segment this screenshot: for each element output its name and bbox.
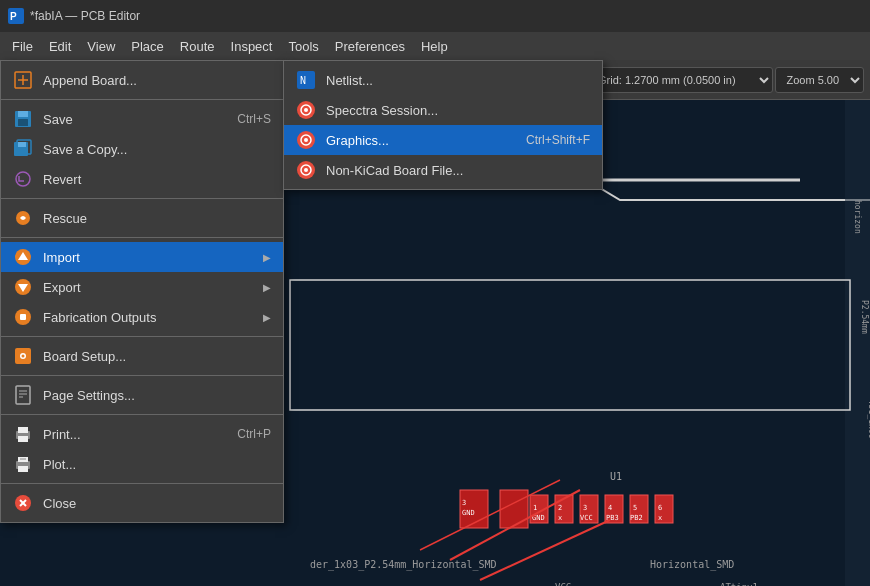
svg-text:2: 2 bbox=[558, 504, 562, 512]
svg-point-83 bbox=[304, 168, 308, 172]
svg-point-77 bbox=[304, 108, 308, 112]
submenu-specctra[interactable]: Specctra Session... bbox=[284, 95, 602, 125]
import-arrow: ▶ bbox=[263, 252, 271, 263]
svg-rect-55 bbox=[20, 314, 26, 320]
non-kicad-icon bbox=[296, 160, 316, 180]
export-arrow: ▶ bbox=[263, 282, 271, 293]
svg-point-48 bbox=[16, 172, 30, 186]
svg-text:der_1x03_P2.54mm_Horizontal_SM: der_1x03_P2.54mm_Horizontal_SMD bbox=[310, 559, 497, 571]
menu-rescue[interactable]: Rescue bbox=[1, 203, 283, 233]
svg-text:5: 5 bbox=[633, 504, 637, 512]
menu-fabrication[interactable]: Fabrication Outputs ▶ bbox=[1, 302, 283, 332]
revert-label: Revert bbox=[43, 172, 271, 187]
svg-text:horizon: horizon bbox=[853, 200, 862, 234]
save-copy-label: Save a Copy... bbox=[43, 142, 271, 157]
grid-select[interactable]: Grid: 1.2700 mm (0.0500 in) bbox=[587, 67, 773, 93]
sep-4 bbox=[1, 336, 283, 337]
svg-rect-59 bbox=[16, 386, 30, 404]
board-setup-icon bbox=[13, 346, 33, 366]
page-settings-icon bbox=[13, 385, 33, 405]
sep-7 bbox=[1, 483, 283, 484]
menu-edit[interactable]: Edit bbox=[41, 35, 79, 58]
svg-rect-47 bbox=[18, 142, 26, 147]
menu-save-copy[interactable]: Save a Copy... bbox=[1, 134, 283, 164]
rescue-label: Rescue bbox=[43, 211, 271, 226]
file-dropdown: Append Board... Save Ctrl+S Save a Copy.… bbox=[0, 60, 284, 523]
export-icon bbox=[13, 277, 33, 297]
rescue-icon bbox=[13, 208, 33, 228]
menu-bar: File Edit View Place Route Inspect Tools… bbox=[0, 32, 870, 60]
submenu-graphics[interactable]: Graphics... Ctrl+Shift+F bbox=[284, 125, 602, 155]
submenu-netlist[interactable]: N Netlist... bbox=[284, 65, 602, 95]
plot-icon bbox=[13, 454, 33, 474]
import-icon bbox=[13, 247, 33, 267]
print-shortcut: Ctrl+P bbox=[237, 427, 271, 441]
close-label: Close bbox=[43, 496, 271, 511]
menu-close[interactable]: Close bbox=[1, 488, 283, 518]
menu-revert[interactable]: Revert bbox=[1, 164, 283, 194]
graphics-shortcut: Ctrl+Shift+F bbox=[526, 133, 590, 147]
print-icon bbox=[13, 424, 33, 444]
title-bar: P *fabIA — PCB Editor bbox=[0, 0, 870, 32]
fabrication-icon bbox=[13, 307, 33, 327]
menu-inspect[interactable]: Inspect bbox=[223, 35, 281, 58]
zoom-select[interactable]: Zoom 5.00 bbox=[775, 67, 863, 93]
menu-import[interactable]: Import ▶ bbox=[1, 242, 283, 272]
board-setup-label: Board Setup... bbox=[43, 349, 271, 364]
menu-view[interactable]: View bbox=[79, 35, 123, 58]
svg-text:VCC: VCC bbox=[555, 582, 571, 586]
save-shortcut: Ctrl+S bbox=[237, 112, 271, 126]
sep-3 bbox=[1, 237, 283, 238]
print-label: Print... bbox=[43, 427, 227, 442]
svg-rect-44 bbox=[18, 119, 28, 126]
specctra-icon bbox=[296, 100, 316, 120]
graphics-label: Graphics... bbox=[326, 133, 516, 148]
fabrication-label: Fabrication Outputs bbox=[43, 310, 253, 325]
menu-save[interactable]: Save Ctrl+S bbox=[1, 104, 283, 134]
svg-text:x: x bbox=[658, 514, 662, 522]
menu-append-board[interactable]: Append Board... bbox=[1, 65, 283, 95]
svg-text:N: N bbox=[300, 75, 306, 86]
svg-text:GND: GND bbox=[462, 509, 475, 517]
svg-rect-64 bbox=[18, 436, 28, 442]
svg-text:3: 3 bbox=[462, 499, 466, 507]
svg-rect-65 bbox=[18, 427, 28, 433]
sep-2 bbox=[1, 198, 283, 199]
svg-text:P: P bbox=[10, 11, 17, 22]
svg-text:PB2: PB2 bbox=[630, 514, 643, 522]
import-label: Import bbox=[43, 250, 253, 265]
svg-point-58 bbox=[22, 355, 25, 358]
save-label: Save bbox=[43, 112, 227, 127]
menu-file[interactable]: File bbox=[4, 35, 41, 58]
svg-point-80 bbox=[304, 138, 308, 142]
menu-route[interactable]: Route bbox=[172, 35, 223, 58]
svg-rect-43 bbox=[18, 111, 28, 117]
netlist-icon: N bbox=[296, 70, 316, 90]
menu-help[interactable]: Help bbox=[413, 35, 456, 58]
menu-plot[interactable]: Plot... bbox=[1, 449, 283, 479]
append-board-icon bbox=[13, 70, 33, 90]
svg-text:ATtiny1...: ATtiny1... bbox=[720, 582, 774, 586]
menu-preferences[interactable]: Preferences bbox=[327, 35, 413, 58]
menu-board-setup[interactable]: Board Setup... bbox=[1, 341, 283, 371]
menu-tools[interactable]: Tools bbox=[280, 35, 326, 58]
menu-page-settings[interactable]: Page Settings... bbox=[1, 380, 283, 410]
plot-label: Plot... bbox=[43, 457, 271, 472]
svg-text:1: 1 bbox=[533, 504, 537, 512]
fabrication-arrow: ▶ bbox=[263, 312, 271, 323]
export-label: Export bbox=[43, 280, 253, 295]
menu-print[interactable]: Print... Ctrl+P bbox=[1, 419, 283, 449]
sep-1 bbox=[1, 99, 283, 100]
netlist-label: Netlist... bbox=[326, 73, 590, 88]
svg-text:3: 3 bbox=[583, 504, 587, 512]
submenu-non-kicad[interactable]: Non-KiCad Board File... bbox=[284, 155, 602, 185]
specctra-label: Specctra Session... bbox=[326, 103, 590, 118]
menu-place[interactable]: Place bbox=[123, 35, 172, 58]
import-submenu: N Netlist... Specctra Session... Graphic… bbox=[283, 60, 603, 190]
svg-text:4: 4 bbox=[608, 504, 612, 512]
menu-export[interactable]: Export ▶ bbox=[1, 272, 283, 302]
svg-text:U1: U1 bbox=[610, 471, 622, 482]
sep-5 bbox=[1, 375, 283, 376]
revert-icon bbox=[13, 169, 33, 189]
svg-text:VCC: VCC bbox=[580, 514, 593, 522]
